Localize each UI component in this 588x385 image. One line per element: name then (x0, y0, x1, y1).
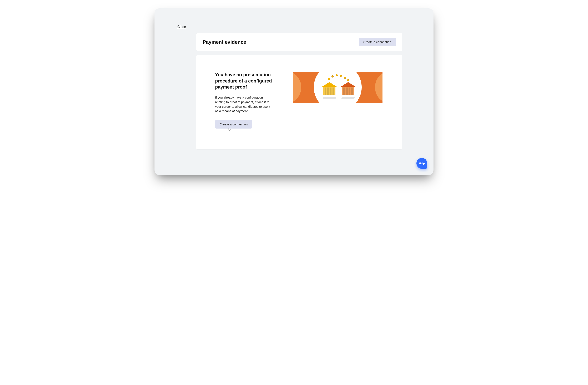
page-title: Payment evidence (203, 39, 246, 45)
page-header-card: Payment evidence Create a connection (196, 33, 402, 51)
create-connection-button-header[interactable]: Create a connection (359, 38, 396, 46)
bank-transfer-illustration (293, 72, 382, 103)
empty-state-description: If you already have a configuration rela… (215, 95, 273, 113)
empty-state-text: You have no presentation procedure of a … (215, 72, 273, 129)
help-button[interactable]: Help (417, 158, 427, 169)
empty-state-title: You have no presentation procedure of a … (215, 72, 273, 90)
empty-state-card: You have no presentation procedure of a … (196, 55, 402, 150)
bank-building-icon (341, 85, 356, 97)
app-window: Close Payment evidence Create a connecti… (154, 8, 434, 175)
create-connection-button-body[interactable]: Create a connection (215, 120, 252, 129)
bank-building-icon (322, 85, 337, 97)
close-link[interactable]: Close (177, 25, 186, 29)
empty-state-illustration (286, 72, 390, 103)
